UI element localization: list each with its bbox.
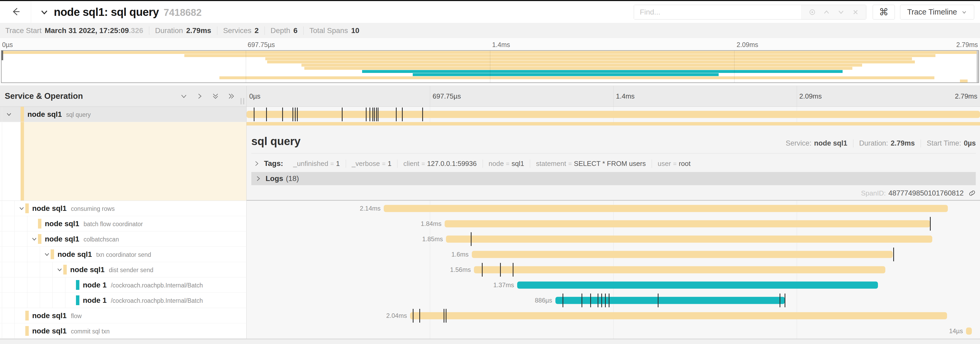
span-duration-bar[interactable] [966,328,972,335]
span-bar-cell[interactable]: 1.84ms [247,216,980,232]
span-log-marker[interactable] [471,232,471,246]
span-duration-bar[interactable] [555,297,785,304]
span-row[interactable]: node sql1flow2.04ms [0,308,980,323]
logs-accordion[interactable]: Logs (18) [251,172,976,185]
span-log-marker[interactable] [658,294,659,307]
span-log-marker[interactable] [366,107,367,121]
span-row[interactable]: node 1/cockroach.roachpb.Internal/Batch1… [0,277,980,293]
minimap-canvas[interactable] [1,50,979,83]
span-log-marker[interactable] [590,294,591,307]
span-log-marker[interactable] [563,294,563,307]
collapse-all-icon[interactable] [212,92,220,100]
span-tree-cell[interactable]: node sql1batch flow coordinator [0,216,247,232]
span-log-marker[interactable] [419,309,420,323]
span-bar-cell[interactable]: 1.6ms [247,247,980,262]
collapse-one-icon[interactable] [180,92,188,100]
span-log-marker[interactable] [482,263,483,277]
span-log-marker[interactable] [378,107,379,121]
span-log-marker[interactable] [784,294,785,307]
span-row[interactable]: node sql1consuming rows2.14ms [0,201,980,216]
span-log-marker[interactable] [500,263,501,277]
span-log-marker[interactable] [413,309,414,323]
span-duration-bar[interactable] [384,205,948,212]
span-row[interactable]: node 1/cockroach.roachpb.Internal/Batch8… [0,293,980,308]
span-log-marker[interactable] [369,107,370,121]
span-log-marker[interactable] [372,107,373,121]
span-log-marker[interactable] [598,294,598,307]
span-row[interactable]: node sql1colbatchscan1.85ms [0,232,980,247]
span-log-marker[interactable] [422,107,423,121]
tags-accordion[interactable]: Tags: _unfinished=1_verbose=1client=127.… [251,157,976,170]
span-duration-bar[interactable] [474,266,885,274]
expand-all-icon[interactable] [228,92,235,100]
minimap-left-scrub-handle[interactable] [2,51,3,60]
tag-item[interactable]: user=root [652,160,697,168]
span-duration-bar[interactable] [472,251,893,258]
span-bar-cell[interactable]: 2.04ms [247,308,980,323]
span-log-marker[interactable] [342,107,342,121]
span-tree-cell[interactable]: node sql1sql query [0,107,247,122]
span-row[interactable]: node sql1dist sender send1.56ms [0,262,980,277]
prev-match-icon[interactable] [822,8,830,16]
tag-item[interactable]: statement=SELECT * FROM users [530,160,651,168]
keyboard-shortcuts-button[interactable]: ⌘ [873,5,895,19]
span-bar-cell[interactable] [247,107,980,122]
span-log-marker[interactable] [513,263,514,277]
span-row[interactable]: node sql1commit sql txn14µs [0,323,980,339]
deep-link-icon[interactable] [968,189,976,197]
span-row[interactable]: node sql1txn coordinator send1.6ms [0,247,980,262]
span-log-marker[interactable] [601,294,602,307]
span-log-marker[interactable] [396,107,397,121]
span-tree-cell[interactable]: node sql1dist sender send [0,262,247,277]
span-log-marker[interactable] [780,294,780,307]
span-expand-chevron-icon[interactable] [18,205,25,212]
span-expand-chevron-icon[interactable] [6,111,13,118]
column-resize-grip[interactable] [240,98,244,104]
span-log-marker[interactable] [609,294,609,307]
find-input[interactable] [634,5,802,19]
span-bar-cell[interactable]: 1.85ms [247,232,980,247]
span-bar-cell[interactable]: 886µs [247,293,980,308]
span-log-marker[interactable] [282,107,283,121]
clear-find-icon[interactable] [851,8,859,16]
span-duration-bar[interactable] [446,236,932,243]
tag-item[interactable]: _verbose=1 [346,160,398,168]
span-log-marker[interactable] [266,107,267,121]
span-duration-bar[interactable] [247,111,980,118]
span-tree-cell[interactable]: node 1/cockroach.roachpb.Internal/Batch [0,293,247,308]
span-log-marker[interactable] [930,217,931,230]
span-log-marker[interactable] [893,248,894,261]
span-bar-cell[interactable]: 2.14ms [247,201,980,216]
span-log-marker[interactable] [446,309,447,323]
span-log-marker[interactable] [376,107,377,121]
collapse-trace-chevron-icon[interactable] [40,7,49,17]
span-log-marker[interactable] [402,107,403,121]
back-button[interactable] [0,1,31,23]
span-row[interactable]: node sql1batch flow coordinator1.84ms [0,216,980,232]
span-bar-cell[interactable]: 1.37ms [247,277,980,293]
span-log-marker[interactable] [444,309,444,323]
span-duration-bar[interactable] [517,282,878,289]
span-tree-cell[interactable]: node sql1txn coordinator send [0,247,247,262]
span-log-marker[interactable] [605,294,606,307]
span-bar-cell[interactable]: 14µs [247,323,980,339]
span-log-marker[interactable] [374,107,375,121]
span-tree-cell[interactable]: node sql1colbatchscan [0,232,247,247]
tag-item[interactable]: node=sql1 [483,160,530,168]
span-log-marker[interactable] [582,294,582,307]
span-log-marker[interactable] [295,107,296,121]
span-tree-cell[interactable]: node sql1commit sql txn [0,323,247,339]
span-duration-bar[interactable] [410,312,947,320]
tag-item[interactable]: _unfinished=1 [288,160,346,168]
tag-item[interactable]: client=127.0.0.1:59936 [397,160,482,168]
span-expand-chevron-icon[interactable] [56,266,63,273]
span-log-marker[interactable] [297,107,298,121]
span-row[interactable]: node sql1sql query [0,107,980,122]
span-bar-cell[interactable]: 1.56ms [247,262,980,277]
view-type-select[interactable]: Trace Timeline [900,5,974,19]
minimap-right-scrub-handle[interactable] [977,51,978,82]
expand-one-icon[interactable] [196,92,204,100]
span-expand-chevron-icon[interactable] [31,236,38,243]
locate-match-icon[interactable] [808,8,816,16]
span-expand-chevron-icon[interactable] [43,251,50,258]
